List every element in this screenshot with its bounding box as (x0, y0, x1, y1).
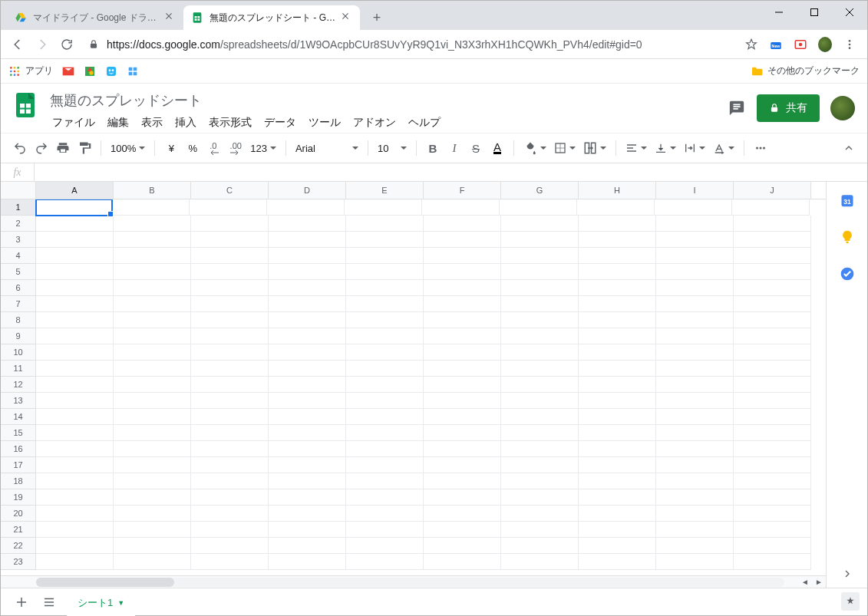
cell[interactable] (579, 216, 656, 232)
cell[interactable] (734, 296, 811, 312)
cell[interactable] (579, 425, 656, 441)
cell[interactable] (579, 554, 656, 570)
cell[interactable] (269, 457, 346, 473)
cell[interactable] (191, 312, 269, 328)
extension-icon[interactable] (794, 38, 807, 51)
cell[interactable] (579, 296, 656, 312)
cell[interactable] (656, 232, 734, 248)
other-bookmarks[interactable]: その他のブックマーク (751, 64, 860, 77)
cell[interactable] (36, 538, 114, 554)
cell[interactable] (191, 328, 269, 344)
row-header[interactable]: 3 (1, 232, 36, 248)
cell[interactable] (579, 393, 656, 409)
cell[interactable] (656, 216, 734, 232)
cell[interactable] (346, 344, 424, 361)
cell[interactable] (579, 441, 656, 457)
cell[interactable] (191, 554, 269, 570)
cell[interactable] (269, 248, 346, 264)
cell[interactable] (267, 199, 345, 216)
font-size-select[interactable]: 10 (375, 138, 410, 158)
cell[interactable] (191, 248, 269, 264)
cell[interactable] (656, 264, 734, 280)
cell[interactable] (577, 199, 655, 216)
cell[interactable] (269, 409, 346, 425)
cell[interactable] (191, 232, 269, 248)
row-header[interactable]: 17 (1, 457, 36, 473)
cell[interactable] (579, 473, 656, 489)
back-button[interactable] (7, 34, 28, 55)
cell[interactable] (501, 296, 579, 312)
cell[interactable] (346, 522, 424, 538)
row-header[interactable]: 1 (1, 199, 36, 216)
cell[interactable] (36, 377, 114, 393)
cell[interactable] (346, 216, 424, 232)
decrease-decimal-button[interactable]: .0 (204, 138, 224, 158)
cell[interactable] (579, 377, 656, 393)
cell[interactable] (734, 425, 811, 441)
cell[interactable] (114, 377, 191, 393)
cell[interactable] (579, 538, 656, 554)
tasks-icon[interactable] (840, 266, 855, 282)
cell[interactable] (424, 232, 501, 248)
row-header[interactable]: 12 (1, 377, 36, 393)
cell[interactable] (424, 361, 501, 377)
star-icon[interactable] (744, 38, 758, 51)
cell[interactable] (656, 522, 734, 538)
cell[interactable] (114, 489, 191, 506)
bookmark-item[interactable] (105, 65, 117, 77)
cell[interactable] (734, 361, 811, 377)
cell[interactable] (269, 312, 346, 328)
cell[interactable] (734, 232, 811, 248)
comments-icon[interactable] (728, 99, 746, 117)
cell[interactable] (656, 506, 734, 522)
cell[interactable] (346, 457, 424, 473)
row-header[interactable]: 22 (1, 538, 36, 554)
cell[interactable] (734, 216, 811, 232)
cell[interactable] (734, 489, 811, 506)
close-icon[interactable] (342, 12, 352, 23)
cell[interactable] (501, 264, 579, 280)
menu-item[interactable]: 表示 (136, 113, 168, 133)
cell[interactable] (734, 393, 811, 409)
cell[interactable] (269, 522, 346, 538)
cell[interactable] (190, 199, 267, 216)
cell[interactable] (346, 506, 424, 522)
italic-button[interactable]: I (444, 138, 464, 158)
cell[interactable] (656, 312, 734, 328)
forward-button[interactable] (31, 34, 53, 55)
cell[interactable] (114, 264, 191, 280)
cell[interactable] (114, 328, 191, 344)
cell[interactable] (734, 248, 811, 264)
cell[interactable] (656, 409, 734, 425)
calendar-icon[interactable]: 31 (840, 193, 855, 208)
cell[interactable] (269, 361, 346, 377)
fill-color-button[interactable] (520, 138, 550, 158)
share-button[interactable]: 共有 (757, 94, 820, 122)
cell[interactable] (579, 506, 656, 522)
column-header[interactable]: D (269, 182, 346, 199)
cell[interactable] (656, 377, 734, 393)
cell[interactable] (424, 506, 501, 522)
row-header[interactable]: 11 (1, 361, 36, 377)
cell[interactable] (269, 377, 346, 393)
row-header[interactable]: 9 (1, 328, 36, 344)
cell[interactable] (579, 344, 656, 361)
row-header[interactable]: 7 (1, 296, 36, 312)
menu-item[interactable]: 編集 (102, 113, 134, 133)
cell[interactable] (346, 361, 424, 377)
cell[interactable] (346, 554, 424, 570)
more-formats-button[interactable]: 123 (247, 138, 279, 158)
cell[interactable] (501, 473, 579, 489)
cell[interactable] (36, 425, 114, 441)
cell[interactable] (656, 473, 734, 489)
cell[interactable] (346, 489, 424, 506)
column-header[interactable]: A (36, 182, 114, 199)
minimize-button[interactable] (761, 1, 797, 24)
redo-button[interactable] (31, 138, 51, 158)
cell[interactable] (191, 393, 269, 409)
text-rotation-button[interactable] (710, 138, 738, 158)
cell[interactable] (191, 473, 269, 489)
cell[interactable] (114, 232, 191, 248)
cell[interactable] (579, 248, 656, 264)
cell[interactable] (424, 328, 501, 344)
